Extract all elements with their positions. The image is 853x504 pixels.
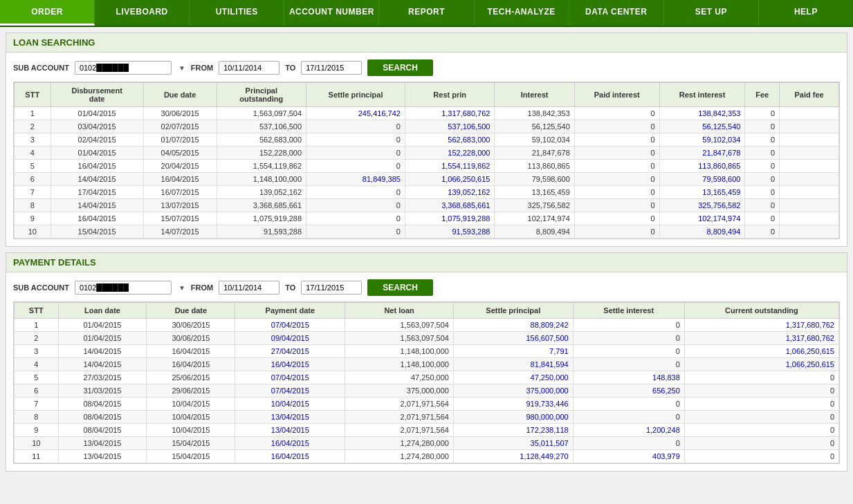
payment-table-row: 414/04/201516/04/201516/04/20151,148,100… <box>15 358 839 371</box>
payment-table-cell: 0 <box>573 398 684 411</box>
payment-table-cell: 81,841,594 <box>453 358 573 371</box>
loan-table-cell: 0 <box>574 160 659 173</box>
payment-table-cell: 1,274,280,000 <box>345 450 454 463</box>
loan-table-cell: 0 <box>745 133 780 147</box>
nav-help[interactable]: HELP <box>759 0 853 26</box>
loan-table-cell: 0 <box>574 107 659 120</box>
loan-search-button[interactable]: SEARCH <box>367 59 433 76</box>
payment-table-cell: 08/04/2015 <box>58 398 147 411</box>
payment-table-row: 631/03/201529/06/201507/04/2015375,000,0… <box>15 384 839 398</box>
loan-table-cell: 152,228,000 <box>217 147 306 160</box>
loan-table-cell: 13/07/2015 <box>143 199 217 212</box>
payment-table-cell: 4 <box>15 358 59 371</box>
loan-table-cell: 81,849,385 <box>306 173 405 186</box>
payment-sub-account-dropdown[interactable]: ▼ <box>178 284 185 292</box>
loan-table-cell: 113,860,865 <box>659 160 745 173</box>
payment-table-cell: 30/06/2015 <box>147 332 235 345</box>
loan-table-cell: 0 <box>574 120 659 133</box>
payment-table-wrapper[interactable]: STT Loan date Due date Payment date Net … <box>13 301 840 464</box>
payment-table-cell: 172,238,118 <box>453 424 573 437</box>
payment-table-cell: 10/04/2015 <box>235 398 345 411</box>
payment-table-cell: 7 <box>15 398 59 411</box>
payment-table-cell: 0 <box>573 319 684 332</box>
loan-table-cell: 04/05/2015 <box>143 147 217 160</box>
loan-table-cell: 16/04/2015 <box>51 160 143 173</box>
loan-sub-account-input[interactable] <box>75 61 172 75</box>
payment-to-input[interactable] <box>301 281 362 295</box>
loan-table-cell: 537,106,500 <box>217 120 306 133</box>
loan-to-input[interactable] <box>301 61 362 75</box>
loan-table-row: 516/04/201520/04/20151,554,119,86201,554… <box>15 160 839 173</box>
loan-search-row: SUB ACCOUNT ▼ FROM TO SEARCH <box>13 59 840 76</box>
payment-table-cell: 31/03/2015 <box>58 384 147 398</box>
loan-table-cell <box>780 147 839 160</box>
loan-table-wrapper[interactable]: STT Disbursementdate Due date Principalo… <box>13 82 840 239</box>
nav-order[interactable]: ORDER <box>0 0 95 26</box>
loan-table-cell: 79,598,600 <box>495 173 574 186</box>
loan-searching-title: LOAN SEARCHING <box>6 33 847 53</box>
payment-table-cell: 1,066,250,615 <box>684 358 838 371</box>
payment-table-cell: 47,250,000 <box>345 371 454 384</box>
payment-table-row: 1013/04/201515/04/201516/04/20151,274,28… <box>15 437 839 450</box>
loan-table-cell: 1,317,680,762 <box>405 107 495 120</box>
loan-table-cell: 56,125,540 <box>495 120 574 133</box>
payment-table-row: 908/04/201510/04/201513/04/20152,071,971… <box>15 424 839 437</box>
pay-col-settle-i: Settle interest <box>573 303 684 319</box>
payment-table-cell: 07/04/2015 <box>235 371 345 384</box>
payment-table-cell: 1,317,680,762 <box>684 332 838 345</box>
loan-table-cell: 562,683,000 <box>217 133 306 147</box>
payment-sub-account-input[interactable] <box>75 281 172 295</box>
loan-table-cell: 0 <box>306 225 405 239</box>
loan-table-cell: 8,809,494 <box>495 225 574 239</box>
loan-from-input[interactable] <box>219 61 279 75</box>
loan-table-cell <box>780 225 839 239</box>
payment-table-cell: 8 <box>15 411 59 424</box>
loan-table-row: 101/04/201530/06/20151,563,097,504245,41… <box>15 107 839 120</box>
loan-table-cell: 113,860,865 <box>495 160 574 173</box>
loan-table-cell: 56,125,540 <box>659 120 745 133</box>
loan-table-cell: 01/07/2015 <box>143 133 217 147</box>
loan-table-cell: 325,756,582 <box>659 199 745 212</box>
loan-table-cell: 91,593,288 <box>217 225 306 239</box>
loan-table-cell <box>780 212 839 225</box>
loan-table-cell: 6 <box>15 173 51 186</box>
nav-utilities[interactable]: UTILITIES <box>190 0 284 26</box>
loan-table-cell: 4 <box>15 147 51 160</box>
loan-table-row: 614/04/201516/04/20151,148,100,00081,849… <box>15 173 839 186</box>
payment-search-button[interactable]: SEARCH <box>367 279 433 296</box>
payment-table-cell: 07/04/2015 <box>235 319 345 332</box>
payment-table-cell: 10/04/2015 <box>147 411 235 424</box>
payment-table-cell: 2,071,971,564 <box>345 411 454 424</box>
nav-tech-analyze[interactable]: TECH-ANALYZE <box>475 0 569 26</box>
nav-set-up[interactable]: SET UP <box>664 0 759 26</box>
loan-table-row: 916/04/201515/07/20151,075,919,28801,075… <box>15 212 839 225</box>
payment-table-cell: 375,000,000 <box>345 384 454 398</box>
loan-table-cell: 0 <box>745 186 780 199</box>
loan-table-cell: 79,598,600 <box>659 173 745 186</box>
loan-table-body: 101/04/201530/06/20151,563,097,504245,41… <box>15 107 839 239</box>
nav-liveboard[interactable]: LIVEBOARD <box>95 0 190 26</box>
loan-sub-account-dropdown[interactable]: ▼ <box>178 64 185 72</box>
nav-report[interactable]: REPORT <box>379 0 474 26</box>
loan-sub-account-label: SUB ACCOUNT <box>13 64 69 72</box>
payment-table-cell: 1,563,097,504 <box>345 319 454 332</box>
nav-data-center[interactable]: DATA CENTER <box>569 0 664 26</box>
payment-table-cell: 15/04/2015 <box>147 437 235 450</box>
loan-table-header: STT Disbursementdate Due date Principalo… <box>15 83 839 107</box>
payment-table-cell: 2,071,971,564 <box>345 424 454 437</box>
payment-table-cell: 13/04/2015 <box>235 424 345 437</box>
loan-table-cell: 138,842,353 <box>495 107 574 120</box>
loan-table-cell: 102,174,974 <box>495 212 574 225</box>
loan-table-row: 302/04/201501/07/2015562,683,0000562,683… <box>15 133 839 147</box>
loan-table-cell: 3 <box>15 133 51 147</box>
loan-table-cell: 21,847,678 <box>659 147 745 160</box>
payment-table-row: 201/04/201530/06/201509/04/20151,563,097… <box>15 332 839 345</box>
loan-table-cell: 0 <box>574 212 659 225</box>
payment-table-cell: 0 <box>684 384 838 398</box>
payment-from-input[interactable] <box>219 281 279 295</box>
nav-account-number[interactable]: ACCOUNT NUMBER <box>284 0 379 26</box>
loan-table-cell: 59,102,034 <box>495 133 574 147</box>
payment-table-cell: 13/04/2015 <box>58 437 147 450</box>
loan-table: STT Disbursementdate Due date Principalo… <box>14 82 839 239</box>
loan-table-cell: 0 <box>574 147 659 160</box>
